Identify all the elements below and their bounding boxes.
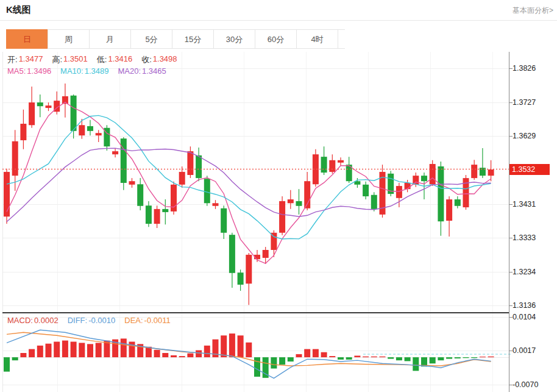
macd-histogram-bar [162, 353, 168, 357]
candle-body [112, 151, 118, 154]
price-axis-label: 1.3629 [513, 131, 555, 141]
macd-histogram-bar [279, 357, 285, 365]
legend-value: -0.0010 [88, 316, 115, 325]
legend-label: MACD: [7, 316, 33, 325]
macd-histogram-bar [488, 357, 494, 357]
macd-histogram-bar [171, 355, 177, 357]
macd-histogram-bar [4, 357, 10, 372]
ohlcLegend-item: 低:1.3416 [97, 54, 132, 65]
legend-label: MA10: [60, 66, 83, 76]
candle-body [129, 181, 135, 185]
macd-histogram-bar [29, 349, 35, 357]
macd-histogram-bar [46, 344, 52, 357]
macd-histogram-bar [246, 343, 252, 357]
macd-histogram-bar [430, 357, 436, 363]
macd-histogram-bar [221, 335, 227, 357]
candle-body [296, 201, 302, 206]
macd-histogram-bar [179, 356, 185, 357]
macd-histogram-bar [396, 357, 402, 360]
legend-label: DEA: [124, 316, 143, 325]
macd-axis-label: 0.0104 [513, 312, 555, 322]
legend-value: 1.3416 [108, 54, 132, 65]
macd-histogram-bar [354, 355, 360, 357]
macd-histogram-bar [438, 357, 444, 360]
macd-histogram-bar [346, 357, 352, 360]
candle-body [79, 125, 85, 135]
macd-histogram-bar [62, 341, 68, 357]
candle-body [488, 169, 494, 176]
legend-label: 开: [7, 54, 18, 65]
macd-histogram-bar [121, 338, 127, 357]
legend-value: 1.3498 [153, 54, 177, 65]
macd-histogram-bar [363, 357, 369, 357]
macd-histogram-bar [229, 333, 235, 357]
candle-body [438, 166, 444, 221]
candle-body [221, 208, 227, 233]
maLegend-item: MA10:1.3489 [60, 66, 108, 76]
legend-value: 1.3477 [19, 54, 43, 65]
macd-histogram-bar [388, 357, 394, 359]
legend-label: MA20: [118, 66, 141, 76]
price-axis-label: 1.3431 [513, 199, 555, 209]
candle-body [29, 102, 35, 125]
candle-body [363, 185, 369, 196]
maLegend-item: MA5:1.3496 [7, 66, 51, 76]
ohlcLegend-item: 开:1.3477 [7, 54, 43, 65]
macd-histogram-bar [329, 356, 335, 357]
legend-label: DIFF: [68, 316, 88, 325]
macdLegend-item: MACD:0.0002 [7, 316, 59, 325]
macd-histogram-bar [87, 344, 93, 357]
macd-histogram-bar [446, 357, 452, 359]
macd-histogram-bar [54, 341, 60, 357]
macd-histogram-bar [254, 357, 260, 377]
candle-body [329, 160, 335, 172]
candle-body [405, 183, 411, 189]
candle-body [12, 141, 18, 176]
legend-value: 1.3501 [63, 54, 88, 65]
legend-label: MA5: [7, 66, 26, 76]
macd-histogram-bar [154, 350, 160, 357]
legend-label: 收: [141, 54, 152, 65]
macd-histogram-bar [20, 353, 26, 357]
price-axis-label: 1.3136 [513, 301, 555, 310]
legend-value: -0.0011 [144, 316, 171, 325]
macd-histogram-bar [271, 357, 277, 368]
legend-value: 0.0002 [34, 316, 59, 325]
macd-histogram-bar [380, 357, 386, 357]
macd-histogram-bar [296, 354, 302, 357]
macd-axis-label: -0.0070 [513, 380, 555, 390]
candle-body [263, 250, 269, 258]
candle-body [455, 199, 461, 206]
macd-histogram-bar [288, 357, 294, 362]
macd-histogram-bar [471, 357, 477, 358]
candle-body [96, 133, 102, 135]
price-axis-label: 1.3234 [513, 267, 555, 277]
macdLegend-item: DIFF:-0.0010 [68, 316, 116, 325]
candle-body [396, 186, 402, 198]
macd-histogram-bar [321, 352, 327, 357]
candle-body [154, 209, 160, 224]
candle-body [71, 96, 77, 131]
macd-histogram-bar [455, 357, 461, 358]
macdLegend-item: DEA:-0.0011 [124, 316, 170, 325]
candle-body [146, 205, 152, 224]
macd-legend: MACD:0.0002DIFF:-0.0010DEA:-0.0011 [7, 316, 180, 325]
ohlcLegend-item: 高:1.3501 [52, 54, 87, 65]
candle-body [271, 233, 277, 250]
macd-histogram-bar [129, 341, 135, 357]
candle-body [196, 155, 202, 178]
price-axis-label: 1.3826 [513, 63, 555, 73]
macd-histogram-bar [371, 357, 377, 357]
candle-body [20, 124, 26, 140]
macd-histogram-bar [204, 346, 210, 357]
candle-body [321, 157, 327, 173]
candle-body [37, 102, 43, 106]
legend-value: 1.3496 [27, 66, 51, 76]
pane-separator [2, 312, 509, 313]
current-price-badge: 1.3532 [509, 164, 550, 175]
candle-body [421, 176, 427, 181]
candle-body [229, 235, 235, 273]
maLegend-item: MA20:1.3465 [118, 66, 166, 76]
legend-label: 高: [52, 54, 62, 65]
macd-histogram-bar [313, 349, 319, 357]
